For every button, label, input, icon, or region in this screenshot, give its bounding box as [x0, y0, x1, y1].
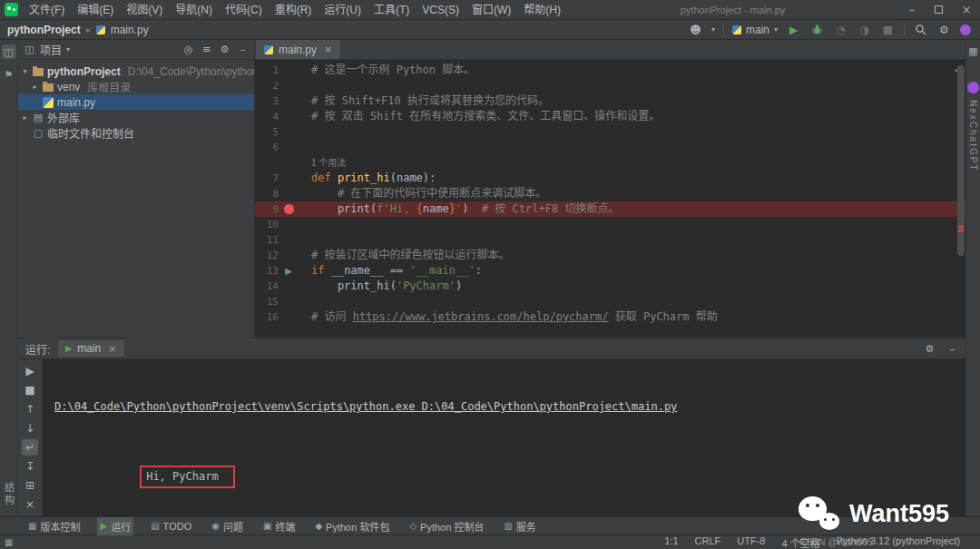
gutter-line-1[interactable]: 1	[255, 63, 304, 78]
menu-file[interactable]: 文件(F)	[23, 0, 71, 20]
gutter-line-2[interactable]: 2	[255, 78, 304, 93]
code-line-2[interactable]: 2	[255, 78, 965, 93]
menu-run[interactable]: 运行(U)	[318, 0, 368, 20]
console-command-line[interactable]: D:\04_Code\Python\pythonProject\venv\Scr…	[54, 398, 965, 415]
soft-wrap-button[interactable]: ↵	[22, 439, 38, 456]
users-icon[interactable]: ☻	[688, 22, 703, 37]
code-line-8[interactable]: 8 # 在下面的代码行中使用断点来调试脚本。	[255, 186, 965, 201]
gutter-line-5[interactable]: 5	[255, 124, 304, 140]
run-button[interactable]: ▶	[786, 22, 801, 37]
gutter-line-3[interactable]: 3	[255, 93, 304, 109]
code-line-1[interactable]: 1# 这是一个示例 Python 脚本。	[255, 63, 965, 78]
run-gutter-icon[interactable]: ▶	[285, 263, 292, 279]
toolwindow-problems[interactable]: ◉ 问题	[209, 517, 246, 535]
toolwindow-python-console[interactable]: ◇ Python 控制台	[407, 517, 486, 535]
code-line-3[interactable]: 3# 按 Shift+F10 执行或将其替换为您的代码。	[255, 93, 965, 109]
panel-settings-icon[interactable]: ⚙	[219, 44, 230, 55]
tree-item-venv[interactable]: ▸ venv 库根目录	[18, 79, 254, 94]
tree-item-main-py[interactable]: main.py	[18, 94, 254, 110]
file-encoding[interactable]: UTF-8	[737, 535, 765, 549]
gutter-line-4[interactable]: 4	[255, 109, 304, 124]
run-settings-gear-icon[interactable]: ⚙	[924, 343, 936, 355]
expand-arrow-icon[interactable]: ▸	[21, 113, 29, 122]
code-line-14[interactable]: 14 print_hi('PyCharm')	[255, 279, 965, 294]
bookmarks-icon[interactable]: ⚑	[2, 67, 16, 82]
print-button[interactable]: ⊞	[22, 477, 38, 494]
maximize-window-button[interactable]	[926, 0, 953, 19]
gutter-line-8[interactable]: 8	[255, 186, 304, 201]
gutter-line-16[interactable]: 16	[255, 309, 304, 325]
menu-tools[interactable]: 工具(T)	[368, 0, 416, 20]
menu-navigate[interactable]: 导航(N)	[169, 0, 219, 20]
code-line-9[interactable]: 9 print(f'Hi, {name}') # 按 Ctrl+F8 切换断点。	[255, 201, 965, 217]
gutter-line-13[interactable]: 13▶	[255, 263, 304, 279]
toolwindow-services[interactable]: ▥ 服务	[501, 517, 538, 535]
tree-item-pythonproject[interactable]: ▾ pythonProject D:\04_Code\Python\python…	[18, 64, 254, 79]
gutter-line-7[interactable]: 7	[255, 171, 304, 186]
gutter-line-10[interactable]: 10	[255, 217, 304, 232]
menu-view[interactable]: 视图(V)	[120, 0, 169, 20]
run-tab-main[interactable]: ▶ main ×	[58, 340, 123, 357]
tree-item-external-libraries[interactable]: ▸ ▤ 外部库	[18, 110, 254, 125]
code-line-10[interactable]: 10	[255, 217, 965, 232]
profiler-button[interactable]: ◑	[857, 22, 872, 37]
hide-run-panel-icon[interactable]: –	[946, 343, 958, 355]
toolwindow-run[interactable]: ▶ 运行	[97, 517, 133, 535]
toolwindow-python-packages[interactable]: ◆ Python 软件包	[312, 517, 392, 535]
code-line-15[interactable]: 15	[255, 294, 965, 309]
tree-item-scratches[interactable]: ▢ 临时文件和控制台	[18, 125, 254, 141]
expand-arrow-icon[interactable]: ▸	[31, 83, 39, 91]
breadcrumb-project[interactable]: pythonProject	[7, 24, 81, 36]
code-line-5[interactable]: 5	[255, 124, 965, 140]
code-line-4[interactable]: 4# 按 双击 Shift 在所有地方搜索类、文件、工具窗口、操作和设置。	[255, 109, 965, 124]
up-stack-trace-button[interactable]: ↑	[22, 401, 38, 417]
collapse-arrow-icon[interactable]: ▾	[21, 67, 29, 75]
breakpoint-icon[interactable]	[284, 204, 294, 214]
structure-stub[interactable]: 结构	[2, 482, 16, 507]
usages-inlay-hint[interactable]: 1 个用法	[311, 158, 346, 168]
gutter-line-15[interactable]: 15	[255, 294, 304, 309]
menu-refactor[interactable]: 重构(R)	[269, 0, 318, 20]
code-line-12[interactable]: 12# 按装订区域中的绿色按钮以运行脚本。	[255, 248, 965, 263]
project-tool-icon[interactable]: ◫	[2, 44, 16, 59]
gutter-line-12[interactable]: 12	[255, 248, 304, 263]
collapse-all-icon[interactable]: ≡	[201, 44, 212, 55]
layout-icon[interactable]: ▦	[966, 44, 980, 58]
search-everywhere-icon[interactable]	[913, 22, 928, 37]
rerun-button[interactable]: ▶	[22, 363, 38, 379]
code-editor[interactable]: 1# 这是一个示例 Python 脚本。23# 按 Shift+F10 执行或将…	[255, 60, 965, 338]
code-line-13[interactable]: 13▶if __name__ == '__main__':	[255, 263, 965, 279]
line-separator[interactable]: CRLF	[695, 535, 721, 549]
project-panel-caret-icon[interactable]: ▾	[66, 45, 70, 54]
tool-window-quick-access-icon[interactable]: ▦	[5, 537, 13, 547]
error-stripe-mark[interactable]	[958, 225, 964, 232]
run-config-selector[interactable]: main ▾	[732, 24, 778, 36]
menu-window[interactable]: 窗口(W)	[466, 0, 517, 20]
project-panel-title[interactable]: 项目	[40, 42, 62, 57]
gutter-line-11[interactable]: 11	[255, 232, 304, 248]
menu-code[interactable]: 代码(C)	[219, 0, 269, 20]
editor-tab-main-py[interactable]: main.py ×	[256, 40, 341, 59]
down-stack-trace-button[interactable]: ↓	[22, 420, 38, 436]
users-caret-icon[interactable]: ▾	[711, 25, 715, 34]
plugin-icon[interactable]	[960, 25, 971, 35]
scroll-to-end-button[interactable]: ↧	[22, 458, 38, 475]
gutter-line-6[interactable]: 6	[255, 140, 304, 155]
debug-button[interactable]	[809, 22, 825, 37]
stop-process-button[interactable]: ■	[22, 382, 38, 398]
gutter-line-9[interactable]: 9	[255, 201, 304, 217]
minimize-window-button[interactable]: –	[898, 0, 926, 19]
close-tab-icon[interactable]: ×	[324, 44, 332, 55]
clear-console-button[interactable]: ×	[22, 496, 38, 513]
toolwindow-todo[interactable]: ▤ TODO	[148, 517, 194, 535]
code-line-11[interactable]: 11	[255, 232, 965, 248]
menu-help[interactable]: 帮助(H)	[517, 0, 567, 20]
stop-button[interactable]: ■	[880, 22, 896, 37]
settings-gear-icon[interactable]: ⚙	[936, 22, 952, 37]
menu-vcs[interactable]: VCS(S)	[416, 0, 466, 20]
close-run-tab-icon[interactable]: ×	[108, 343, 116, 355]
toolwindow-version-control[interactable]: ▦ 版本控制	[25, 517, 83, 535]
code-line-7[interactable]: 7def print_hi(name):	[255, 171, 965, 186]
breadcrumb-file[interactable]: main.py	[111, 24, 149, 36]
close-window-button[interactable]: ×	[953, 0, 980, 19]
